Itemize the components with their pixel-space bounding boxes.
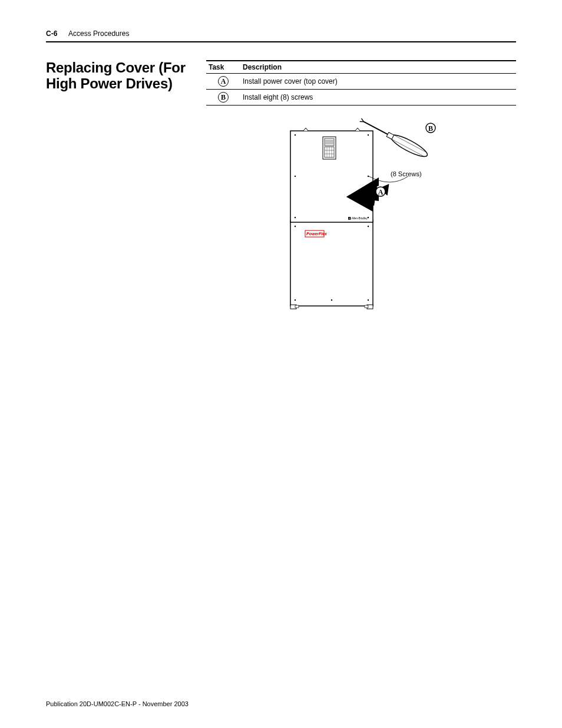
powerflex-label: PowerFlex: [306, 232, 328, 236]
svg-rect-18: [325, 139, 334, 146]
drive-illustration: 🅰 Allen-Bradley PowerFlex: [273, 117, 449, 312]
svg-point-12: [295, 226, 296, 227]
svg-point-7: [368, 134, 369, 136]
svg-point-9: [368, 176, 369, 177]
col-task-header: Task: [206, 61, 240, 74]
section-title: Replacing Cover (For High Power Drives): [46, 60, 199, 92]
col-desc-header: Description: [240, 61, 516, 74]
drive-figure: 🅰 Allen-Bradley PowerFlex: [273, 117, 449, 312]
page-number: C-6: [46, 29, 57, 38]
figure-callout-a: A: [378, 188, 384, 196]
svg-point-16: [331, 299, 332, 301]
svg-point-14: [295, 299, 296, 301]
table-row: B Install eight (8) screws: [206, 90, 516, 106]
task-desc: Install power cover (top cover): [240, 74, 516, 90]
svg-point-11: [368, 217, 369, 218]
table-row: A Install power cover (top cover): [206, 74, 516, 90]
svg-point-10: [295, 217, 296, 218]
svg-point-8: [295, 176, 296, 177]
header-section: Access Procedures: [68, 29, 129, 38]
brand-label: 🅰 Allen-Bradley: [348, 217, 368, 220]
page-header: C-6 Access Procedures: [46, 29, 516, 38]
svg-rect-0: [290, 220, 373, 306]
svg-point-13: [368, 226, 369, 227]
screws-label: (8 Screws): [391, 170, 422, 177]
svg-rect-4: [365, 305, 368, 308]
task-table: Task Description A Install power cover (…: [206, 60, 516, 106]
svg-point-15: [368, 299, 369, 301]
header-rule: [46, 41, 516, 42]
svg-point-33: [388, 131, 429, 160]
task-desc: Install eight (8) screws: [240, 90, 516, 106]
publication-footer: Publication 20D-UM002C-EN-P - November 2…: [46, 700, 189, 707]
task-letter-b: B: [218, 92, 229, 103]
task-letter-a: A: [218, 76, 229, 87]
svg-point-6: [295, 134, 296, 136]
svg-rect-3: [295, 305, 299, 308]
figure-callout-b: B: [428, 124, 433, 133]
